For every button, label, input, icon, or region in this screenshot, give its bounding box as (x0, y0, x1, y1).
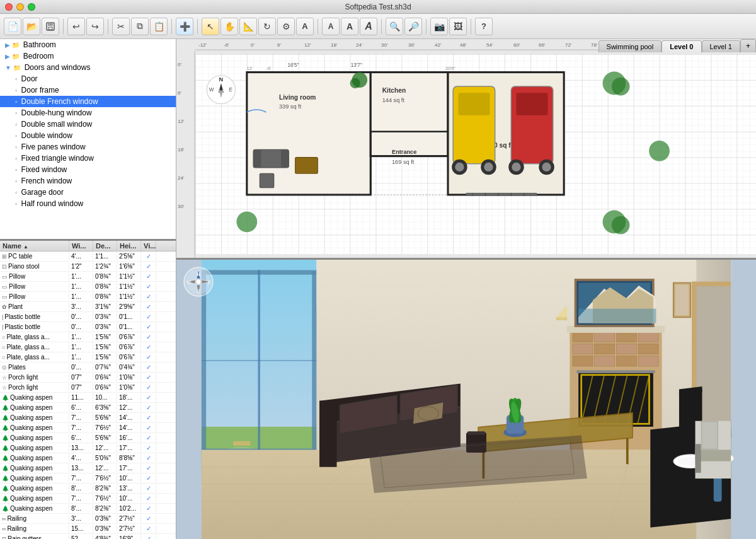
list-item[interactable]: 🌲 Quaking aspen 7'... 7'6½" 14'... ✓ (0, 423, 176, 433)
visibility-checkbox[interactable]: ✓ (146, 293, 151, 300)
list-item-visible[interactable]: ✓ (141, 535, 156, 539)
list-item-visible[interactable]: ✓ (141, 514, 156, 523)
close-button[interactable] (5, 3, 13, 11)
3d-view[interactable]: N S W E (176, 260, 756, 539)
save-button[interactable] (42, 18, 59, 35)
measure-tool-button[interactable]: 📐 (239, 18, 257, 35)
list-item[interactable]: 🌲 Quaking aspen 6'... 5'6⅝" 16'... ✓ (0, 433, 176, 443)
tree-item-double-small-window[interactable]: ▫ Double small window (0, 119, 176, 130)
list-item-visible[interactable]: ✓ (141, 272, 156, 281)
list-item-visible[interactable]: ✓ (141, 393, 156, 402)
list-item[interactable]: ⊞ PC table 4'... 1'1... 2'5⅝" ✓ (0, 252, 176, 262)
visibility-checkbox[interactable]: ✓ (146, 323, 151, 330)
list-item[interactable]: 🌲 Quaking aspen 4'... 5'0¾" 8'8⅝" ✓ (0, 453, 176, 463)
tree-item-french-window[interactable]: ▫ French window (0, 175, 176, 187)
floorplan-area[interactable]: -12' -6' 0' 6' 12' 18' 24' 30' 36' 42' 4… (176, 39, 756, 258)
help-button[interactable]: ? (475, 18, 493, 35)
list-item-visible[interactable]: ✓ (141, 293, 156, 301)
col-header-name[interactable]: Name ▲ (0, 241, 69, 251)
list-item-visible[interactable]: ✓ (141, 343, 156, 351)
col-header-width[interactable]: Wi... (69, 241, 93, 251)
list-item[interactable]: ☆ Porch light 0'7" 0'6¾" 1'0⅜" ✓ (0, 373, 176, 383)
text-tool-button[interactable]: A (296, 18, 314, 35)
tab-level-1[interactable]: Level 1 (702, 40, 740, 52)
list-item[interactable]: 🌲 Quaking aspen 8'... 8'2⅜" 10'2... ✓ (0, 504, 176, 514)
col-header-height[interactable]: Hei... (117, 241, 141, 251)
tree-item-double-window[interactable]: ▫ Double window (0, 130, 176, 141)
list-item[interactable]: ○ Plate, glass a... 1'... 1'5⅜" 0'6⅞" ✓ (0, 342, 176, 352)
paste-button[interactable]: 📋 (150, 18, 168, 35)
tree-item-double-hung-window[interactable]: ▫ Double-hung window (0, 107, 176, 119)
list-item-visible[interactable]: ✓ (141, 363, 156, 371)
text-large-button[interactable]: A (360, 18, 377, 35)
pan-tool-button[interactable]: ✋ (220, 18, 238, 35)
list-item-visible[interactable]: ✓ (141, 303, 156, 311)
maximize-button[interactable] (28, 3, 35, 11)
list-item[interactable]: | Plastic bottle 0'... 0'3¾" 0'1... ✓ (0, 312, 176, 322)
visibility-checkbox[interactable]: ✓ (146, 495, 151, 502)
tab-swimming-pool[interactable]: Swimming pool (598, 40, 662, 52)
visibility-checkbox[interactable]: ✓ (146, 434, 151, 441)
list-item[interactable]: ▭ Pillow 1'... 0'8¾" 1'1½" ✓ (0, 272, 176, 282)
list-item-visible[interactable]: ✓ (141, 444, 156, 452)
list-item[interactable]: 🌲 Quaking aspen 7'... 5'6⅝" 14'... ✓ (0, 413, 176, 423)
visibility-checkbox[interactable]: ✓ (146, 374, 151, 381)
list-item[interactable]: ▭ Pillow 1'... 0'8¾" 1'1½" ✓ (0, 292, 176, 302)
list-item[interactable]: ▭ Pillow 1'... 0'8¾" 1'1½" ✓ (0, 282, 176, 292)
furniture-tree[interactable]: ▶ 📁 Bathroom ▶ 📁 Bedroom ▼ 📁 Doors and w… (0, 39, 176, 241)
list-item-visible[interactable]: ✓ (141, 333, 156, 341)
visibility-checkbox[interactable]: ✓ (146, 303, 151, 310)
tree-item-five-panes-window[interactable]: ▫ Five panes window (0, 141, 176, 153)
list-item[interactable]: 🌲 Quaking aspen 8'... 8'2⅜" 13'... ✓ (0, 484, 176, 494)
visibility-checkbox[interactable]: ✓ (146, 313, 151, 320)
list-item-visible[interactable]: ✓ (141, 282, 156, 291)
text-medium-button[interactable]: A (341, 18, 358, 35)
select-tool-button[interactable]: ↖ (202, 18, 219, 35)
camera-button[interactable]: 📷 (430, 18, 448, 35)
list-item[interactable]: | Plastic bottle 0'... 0'3¾" 0'1... ✓ (0, 322, 176, 332)
list-item-visible[interactable]: ✓ (141, 525, 156, 533)
list-item-visible[interactable]: ✓ (141, 464, 156, 472)
list-item[interactable]: 🌲 Quaking aspen 11... 10... 18'... ✓ (0, 393, 176, 403)
list-item[interactable]: 🌲 Quaking aspen 7'... 7'6½" 10'... ✓ (0, 494, 176, 504)
visibility-checkbox[interactable]: ✓ (146, 515, 151, 522)
open-button[interactable]: 📂 (23, 18, 40, 35)
visibility-checkbox[interactable]: ✓ (146, 344, 151, 351)
list-item-visible[interactable]: ✓ (141, 454, 156, 462)
col-header-visible[interactable]: Vi... (141, 241, 156, 251)
furniture-list[interactable]: Name ▲ Wi... De... Hei... Vi... ⊞ PC tab… (0, 241, 176, 539)
list-item[interactable]: 🌲 Quaking aspen 13... 12'... 17'... ✓ (0, 463, 176, 473)
list-item[interactable]: ═ Railing 15... 0'3⅝" 2'7½" ✓ (0, 524, 176, 534)
visibility-checkbox[interactable]: ✓ (146, 333, 151, 340)
tree-item-door[interactable]: ▫ Door (0, 73, 176, 84)
list-item[interactable]: 🌲 Quaking aspen 13... 12'... 17'... ✓ (0, 443, 176, 453)
visibility-checkbox[interactable]: ✓ (146, 354, 151, 361)
floorplan-svg[interactable]: N W E 16'5" 13'7" 19' (195, 50, 756, 258)
tree-item-bathroom[interactable]: ▶ 📁 Bathroom (0, 39, 176, 50)
visibility-checkbox[interactable]: ✓ (146, 384, 151, 391)
visibility-checkbox[interactable]: ✓ (146, 475, 151, 482)
tab-level-0[interactable]: Level 0 (662, 40, 701, 52)
list-item-visible[interactable]: ✓ (141, 434, 156, 442)
tree-item-half-round-window[interactable]: ▫ Half round window (0, 198, 176, 209)
list-item-visible[interactable]: ✓ (141, 504, 156, 513)
tree-item-door-frame[interactable]: ▫ Door frame (0, 84, 176, 96)
list-item[interactable]: ✿ Plant 3'... 3'1⅝" 2'9⅝" ✓ (0, 302, 176, 312)
list-item[interactable]: ☆ Porch light 0'7" 0'6¾" 1'0⅜" ✓ (0, 383, 176, 393)
new-button[interactable]: 📄 (4, 18, 21, 35)
visibility-checkbox[interactable]: ✓ (146, 424, 151, 431)
list-item[interactable]: ○ Plate, glass a... 1'... 1'5⅜" 0'6⅞" ✓ (0, 352, 176, 362)
undo-button[interactable]: ↩ (67, 18, 85, 35)
visibility-checkbox[interactable]: ✓ (146, 455, 151, 461)
visibility-checkbox[interactable]: ✓ (146, 525, 151, 532)
list-item-visible[interactable]: ✓ (141, 262, 156, 270)
visibility-checkbox[interactable]: ✓ (146, 414, 151, 421)
list-item[interactable]: 🌲 Quaking aspen 7'... 7'6½" 10'... ✓ (0, 473, 176, 484)
interact-tool-button[interactable]: ⚙ (277, 18, 295, 35)
visibility-checkbox[interactable]: ✓ (146, 465, 151, 472)
visibility-checkbox[interactable]: ✓ (146, 394, 151, 401)
visibility-checkbox[interactable]: ✓ (146, 273, 151, 280)
visibility-checkbox[interactable]: ✓ (146, 444, 151, 451)
list-item-visible[interactable]: ✓ (141, 373, 156, 381)
visibility-checkbox[interactable]: ✓ (146, 283, 151, 290)
